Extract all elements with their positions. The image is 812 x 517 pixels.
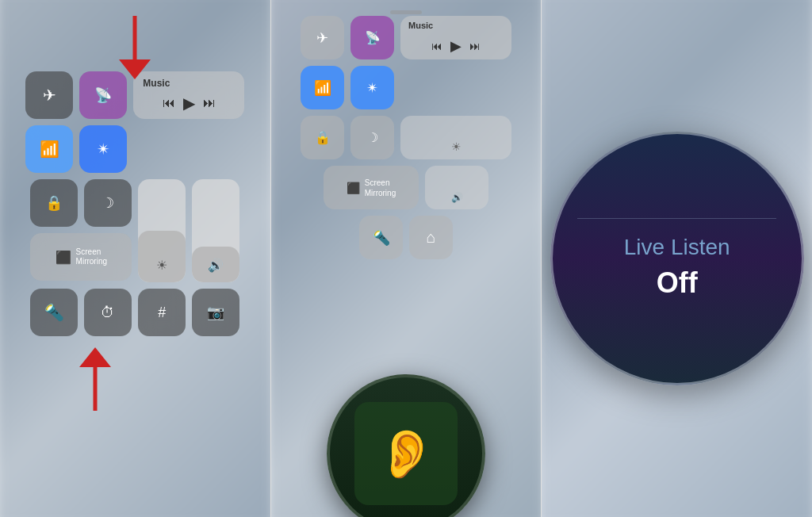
do-not-disturb-button[interactable]: ☽ [84, 179, 132, 227]
notch-handle [390, 6, 422, 18]
airplane-mode-button[interactable]: ✈ [25, 71, 73, 119]
panel-3: Live Listen Off [542, 0, 812, 517]
p2-music-controls: ⏮ ▶ ⏭ [408, 37, 504, 55]
rotation-lock-button[interactable]: 🔒 [30, 179, 78, 227]
p2-mirroring-row: ⬛ ScreenMirroring 🔊 [287, 166, 525, 209]
flashlight-button[interactable]: 🔦 [30, 289, 78, 336]
live-listen-display: Live Listen Off [550, 132, 804, 385]
panel-2: ✈ 📡 Music ⏮ ▶ ⏭ 📶 [271, 0, 542, 517]
arrow-down [119, 16, 151, 82]
bottom-tools-row: 🔦 ⏱ # 📷 [20, 289, 250, 336]
camera-button[interactable]: 📷 [192, 289, 239, 336]
p2-lock-icon: 🔒 [315, 130, 331, 145]
wifi-bluetooth-row: 📶 ✴ [20, 125, 250, 173]
p2-home-icon: ⌂ [426, 228, 435, 247]
p2-mirroring-icon: ⬛ [347, 182, 360, 194]
camera-icon: 📷 [207, 304, 224, 321]
next-button[interactable]: ⏭ [203, 96, 216, 110]
cellular-icon: 📡 [94, 86, 112, 104]
screen-mirroring-label: ScreenMirroring [76, 247, 107, 266]
p2-flashlight-icon: 🔦 [373, 229, 390, 247]
lock-icon: 🔒 [45, 194, 63, 212]
p2-bluetooth-icon: ✴ [366, 79, 378, 97]
p2-moon-icon: ☽ [367, 130, 378, 145]
svg-marker-3 [79, 347, 111, 367]
p2-wifi-icon: 📶 [314, 79, 331, 97]
play-button[interactable]: ▶ [183, 94, 195, 113]
volume-slider[interactable]: 🔊 [192, 179, 239, 282]
p2-prev-button[interactable]: ⏮ [431, 40, 442, 52]
wifi-button[interactable]: 📶 [25, 125, 73, 173]
p2-brightness-icon: ☀ [451, 140, 462, 153]
calculator-button[interactable]: # [138, 289, 186, 336]
wifi-icon: 📶 [40, 140, 59, 159]
calculator-icon: # [158, 304, 166, 321]
p2-airplane-button[interactable]: ✈ [301, 16, 344, 59]
airplane-icon: ✈ [43, 86, 56, 105]
p2-lock-button[interactable]: 🔒 [301, 116, 344, 159]
p2-wifi-bt-row: 📶 ✴ [287, 66, 525, 109]
p2-flashlight-row: 🔦 ⌂ [287, 216, 525, 259]
timer-button[interactable]: ⏱ [84, 289, 132, 336]
p2-slider-placeholder[interactable]: ☀ [400, 116, 511, 159]
p2-mirroring-label: ScreenMirroring [365, 178, 396, 198]
p2-airplane-icon: ✈ [316, 29, 328, 47]
p2-music-title: Music [408, 21, 433, 30]
p2-play-button[interactable]: ▶ [450, 37, 462, 55]
music-controls: ⏮ ▶ ⏭ [143, 94, 235, 113]
flashlight-icon: 🔦 [44, 303, 64, 322]
ear-icon: 👂 [377, 426, 436, 482]
ear-inner-box: 👂 [354, 402, 458, 505]
prev-button[interactable]: ⏮ [163, 96, 175, 110]
panel2-content: ✈ 📡 Music ⏮ ▶ ⏭ 📶 [271, 0, 542, 517]
p2-cellular-button[interactable]: 📡 [350, 16, 394, 59]
p2-volume-slider[interactable]: 🔊 [425, 166, 488, 209]
p2-next-button[interactable]: ⏭ [469, 40, 481, 52]
live-listen-status: Off [657, 266, 698, 300]
panel-1: ✈ 📡 Music ⏮ ▶ ⏭ � [0, 0, 271, 517]
svg-marker-1 [119, 59, 151, 79]
p2-top-row: ✈ 📡 Music ⏮ ▶ ⏭ [287, 16, 525, 59]
p2-home-button[interactable]: ⌂ [409, 216, 453, 259]
moon-icon: ☽ [102, 194, 114, 212]
screen-mirroring-icon: ⬛ [56, 250, 71, 265]
p2-dnd-button[interactable]: ☽ [350, 116, 394, 159]
screen-mirroring-button[interactable]: ⬛ ScreenMirroring [30, 233, 132, 281]
brightness-icon: ☀ [156, 258, 167, 273]
p2-music-card[interactable]: Music ⏮ ▶ ⏭ [400, 16, 511, 59]
lock-moon-row: 🔒 ☽ [30, 179, 132, 227]
p2-cellular-icon: 📡 [365, 30, 381, 45]
live-listen-divider [577, 218, 776, 219]
live-listen-title: Live Listen [624, 235, 730, 260]
p2-flashlight-button[interactable]: 🔦 [359, 216, 403, 259]
p2-bluetooth-button[interactable]: ✴ [350, 66, 394, 109]
p2-wifi-button[interactable]: 📶 [301, 66, 344, 109]
panel2-cc-area: ✈ 📡 Music ⏮ ▶ ⏭ 📶 [287, 16, 525, 266]
p2-screen-mirroring-button[interactable]: ⬛ ScreenMirroring [324, 166, 419, 209]
p2-volume-icon: 🔊 [451, 192, 463, 203]
volume-icon: 🔊 [208, 258, 224, 273]
arrow-up [79, 347, 111, 414]
p2-lock-moon-row: 🔒 ☽ ☀ [287, 116, 525, 159]
bluetooth-button[interactable]: ✴ [79, 125, 127, 173]
ear-listen-circle[interactable]: 👂 [327, 374, 485, 517]
brightness-slider[interactable]: ☀ [138, 179, 186, 282]
timer-icon: ⏱ [101, 304, 115, 321]
bluetooth-icon: ✴ [97, 140, 110, 159]
screen-mirroring-row: ⬛ ScreenMirroring [30, 233, 132, 281]
